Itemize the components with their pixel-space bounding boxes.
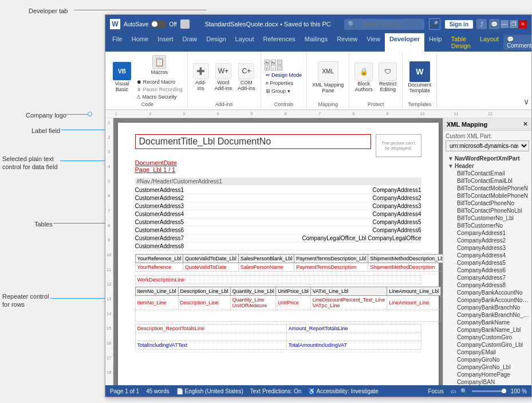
search-input[interactable] bbox=[358, 20, 421, 29]
tab-design[interactable]: Design bbox=[202, 33, 230, 52]
xml-tree-header[interactable]: ▼Header bbox=[446, 162, 529, 170]
comments-button[interactable]: 💬 Comments bbox=[503, 35, 532, 50]
minimize-button[interactable]: — bbox=[501, 20, 509, 28]
xml-panel-title: XML Mapping bbox=[447, 121, 487, 128]
properties-button[interactable]: ≡ Properties bbox=[265, 80, 304, 87]
tab-draw[interactable]: Draw bbox=[178, 33, 202, 52]
com-addins-button[interactable]: C+ COMAdd-ins bbox=[236, 62, 257, 92]
group-button[interactable]: ⊞ Group ▾ bbox=[265, 88, 304, 95]
xml-tree-item[interactable]: CompanyAddress2 bbox=[446, 237, 529, 244]
status-words: 45 words bbox=[146, 388, 170, 394]
xml-tree-item[interactable]: CompanyBankName_Lbl bbox=[446, 326, 529, 334]
pause-recording-button[interactable]: ⏸ Pause Recording bbox=[135, 86, 184, 93]
tab-review[interactable]: Review bbox=[332, 33, 362, 52]
items-header: Quantity_Line_Lbl bbox=[230, 287, 276, 296]
ribbon-group-templates: W DocumentTemplate Templates bbox=[403, 53, 437, 108]
xml-tree-item[interactable]: BillToContactPhoneNoLbl bbox=[446, 207, 529, 214]
macros-button[interactable]: 📋 Macros bbox=[135, 54, 184, 76]
ribbon-tabs: File Home Insert Draw Design Layout Refe… bbox=[105, 33, 531, 52]
table-cell: ShipmentMethodDescription bbox=[368, 263, 443, 272]
xml-tree-item[interactable]: CompanyBankName bbox=[446, 319, 529, 326]
xml-tree-item[interactable]: CompanyAddress6 bbox=[446, 267, 529, 274]
reference-table: YourReference_Lbl QuoteValidToDate_Lbl S… bbox=[135, 254, 443, 272]
xml-tree-item[interactable]: CompanyBankBranchNo bbox=[446, 304, 529, 311]
xml-tree-item[interactable]: CompanyCustomGiro bbox=[446, 334, 529, 341]
custom-xml-part-select[interactable]: urn:microsoft-dynamics-nav/r... bbox=[446, 140, 529, 151]
tab-developer[interactable]: Developer bbox=[385, 33, 424, 52]
xml-tree-item[interactable]: CompanyHomePage bbox=[446, 371, 529, 378]
tab-references[interactable]: References bbox=[259, 33, 300, 52]
ann-line-repeater bbox=[50, 298, 108, 299]
xml-panel-body: Custom XML Part: urn:microsoft-dynamics-… bbox=[443, 131, 531, 385]
item-no-cell: ItemNo_Line bbox=[135, 296, 178, 310]
xml-tree-item[interactable]: BillToContactEmailLbl bbox=[446, 177, 529, 185]
xml-tree-item[interactable]: CompanyBankBranchNo_Lb bbox=[446, 311, 529, 319]
tab-file[interactable]: File bbox=[108, 33, 127, 52]
word-addins-button[interactable]: W+ WordAdd-ins bbox=[213, 62, 234, 92]
protect-buttons: 🔒 BlockAuthors 🛡 RestrictEditing bbox=[353, 54, 399, 100]
xml-mapping-button[interactable]: XML XML MappingPane bbox=[310, 60, 345, 95]
xml-tree-item[interactable]: CompanyAddress3 bbox=[446, 244, 529, 252]
tab-view[interactable]: View bbox=[362, 33, 385, 52]
xml-tree-item[interactable]: CompanyEMail bbox=[446, 349, 529, 356]
xml-tree-item[interactable]: CompanyCustomGiro_Lbl bbox=[446, 341, 529, 349]
zoom-slider[interactable] bbox=[472, 390, 506, 392]
design-mode-button[interactable]: ✏ Design Mode bbox=[265, 72, 304, 79]
xml-tree-item[interactable]: BillToContactEmail bbox=[446, 170, 529, 177]
xml-tree-item[interactable]: CompanyBankAccountNo bbox=[446, 289, 529, 296]
xml-tree-item[interactable]: CompanyAddress1 bbox=[446, 229, 529, 237]
table-header: PaymentTermsDescription_Lbl bbox=[294, 255, 368, 263]
tab-mailings[interactable]: Mailings bbox=[300, 33, 332, 52]
xml-tree-item[interactable]: BillToContactPhoneNo bbox=[446, 199, 529, 207]
tab-layout[interactable]: Layout bbox=[231, 33, 259, 52]
annotation-selected-plain-text: Selected plain text control for data fie… bbox=[2, 155, 58, 171]
close-button[interactable]: ✕ bbox=[519, 20, 527, 28]
xml-tree-item[interactable]: CompanyAddress5 bbox=[446, 259, 529, 267]
autosave-area: AutoSave Off bbox=[124, 20, 177, 28]
document-title-field[interactable]: DocumentTitle_Lbl DocumentNo bbox=[135, 134, 371, 149]
xml-tree-item[interactable]: BillToCustomerNo bbox=[446, 222, 529, 229]
xml-tree-item[interactable]: CompanyAddress4 bbox=[446, 252, 529, 259]
ann-line-logo bbox=[66, 114, 90, 115]
xml-tree-item[interactable]: BillToContactMobilePhoneN bbox=[446, 185, 529, 192]
items-row: ItemNo_Line Description_Line Quantity_Li… bbox=[135, 296, 441, 310]
visual-basic-button[interactable]: VB VisualBasic bbox=[111, 61, 133, 93]
ribbon-expand-icon[interactable]: ∨ bbox=[523, 97, 529, 106]
tab-help[interactable]: Help bbox=[424, 33, 447, 52]
tab-insert[interactable]: Insert bbox=[153, 33, 178, 52]
xml-tree-item[interactable]: CompanyGiroNo_Lbl bbox=[446, 363, 529, 371]
doc-area: 1 2 3 4 5 6 7 8 9 10 11 12 13 14 15 16 1… bbox=[105, 118, 531, 385]
doc-scroll[interactable]: DocumentTitle_Lbl DocumentNo The picture… bbox=[113, 118, 443, 385]
xml-tree-item[interactable]: CompanyGiroNo bbox=[446, 356, 529, 363]
autosave-toggle[interactable] bbox=[151, 20, 167, 28]
addins-button[interactable]: ➕ Add-ins bbox=[191, 62, 211, 92]
tab-table-design[interactable]: Table Design bbox=[447, 33, 475, 52]
page-lbl-field: Page_Lbl 1 / 1 bbox=[135, 166, 421, 173]
ribbon-body: VB VisualBasic 📋 Macros ⏺ Record Macro ⏸… bbox=[105, 52, 531, 110]
accessibility-icon: ♿ bbox=[308, 388, 315, 394]
xml-tree-item[interactable]: BillToContactMobilePhoneN bbox=[446, 192, 529, 199]
xml-tree-item[interactable]: CompanyIBAN bbox=[446, 378, 529, 385]
xml-panel-close-button[interactable]: ✕ bbox=[523, 120, 528, 128]
record-macro-button[interactable]: ⏺ Record Macro bbox=[135, 79, 184, 85]
xml-tree-item[interactable]: CompanyBankAccountNo_Lbl bbox=[446, 296, 529, 304]
macro-security-button[interactable]: ⚠ Macro Security bbox=[135, 93, 184, 100]
title-text: StandardSalesQuote.docx • Saved to this … bbox=[192, 21, 344, 28]
com-addins-icon: C+ bbox=[238, 63, 254, 79]
xml-tree-item[interactable]: CompanyAddress7 bbox=[446, 274, 529, 281]
xml-tree-root[interactable]: ▼NavWordReportXmlPart bbox=[446, 155, 529, 162]
ribbon-group-code: VB VisualBasic 📋 Macros ⏺ Record Macro ⏸… bbox=[108, 53, 188, 108]
items-row-empty bbox=[135, 310, 441, 322]
macros-icon: 📋 bbox=[152, 55, 166, 69]
restrict-editing-button[interactable]: 🛡 RestrictEditing bbox=[377, 61, 399, 93]
block-authors-button[interactable]: 🔒 BlockAuthors bbox=[353, 61, 375, 93]
xml-tree-item[interactable]: BillToCustomerNo_Lbl bbox=[446, 214, 529, 222]
xml-tree-item[interactable]: CompanyAddress8 bbox=[446, 281, 529, 289]
tab-layout2[interactable]: Layout bbox=[475, 33, 503, 52]
description-cell: Description_Line bbox=[178, 296, 230, 310]
tab-home[interactable]: Home bbox=[127, 33, 153, 52]
restore-button[interactable]: ❐ bbox=[510, 20, 518, 28]
table-row: CustomerAddress4 CompanyAddress4 bbox=[135, 210, 421, 218]
document-template-button[interactable]: W DocumentTemplate bbox=[406, 60, 433, 95]
signin-button[interactable]: Sign in bbox=[445, 20, 473, 29]
